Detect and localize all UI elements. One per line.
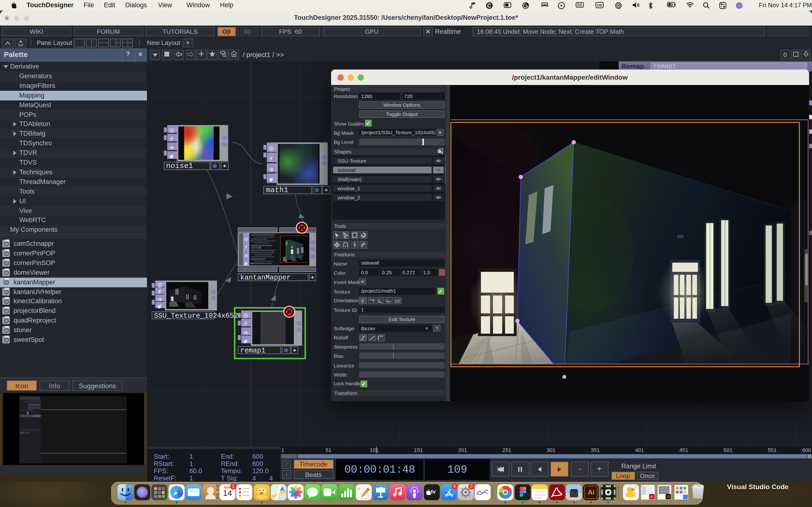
svg-text:∁F: ∁F	[395, 299, 400, 303]
svg-text:US: US	[597, 3, 602, 7]
svg-text:F: F	[362, 299, 364, 303]
